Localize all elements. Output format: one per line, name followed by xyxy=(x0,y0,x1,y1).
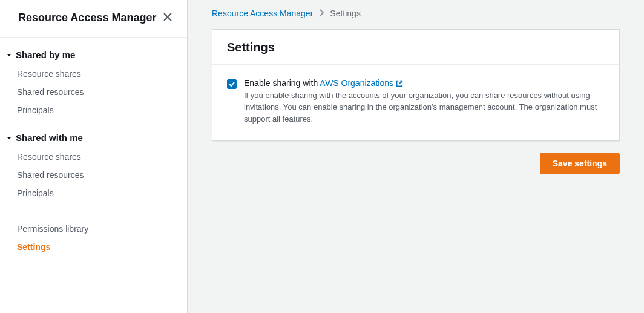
sidebar-nav: Shared by me Resource shares Shared reso… xyxy=(0,38,187,268)
close-sidebar-button[interactable] xyxy=(160,10,175,24)
nav-item-shared-resources-2[interactable]: Shared resources xyxy=(0,166,187,184)
close-icon xyxy=(163,12,172,22)
panel-header: Settings xyxy=(212,30,619,65)
nav-section-label: Shared with me xyxy=(16,133,83,143)
nav-item-shared-resources[interactable]: Shared resources xyxy=(0,83,187,101)
external-link-icon xyxy=(395,79,404,88)
caret-down-icon xyxy=(6,52,12,58)
nav-divider xyxy=(12,211,175,211)
checkbox-content: Enable sharing with AWS Organizations If… xyxy=(244,78,605,125)
actions-row: Save settings xyxy=(212,153,620,174)
enable-sharing-label: Enable sharing with AWS Organizations xyxy=(244,78,605,88)
settings-panel: Settings Enable sharing with AWS Organiz… xyxy=(212,29,620,141)
breadcrumb-current: Settings xyxy=(330,8,361,18)
breadcrumb-root-link[interactable]: Resource Access Manager xyxy=(212,8,313,18)
breadcrumb: Resource Access Manager Settings xyxy=(212,8,620,18)
nav-item-principals-2[interactable]: Principals xyxy=(0,184,187,202)
nav-item-permissions-library[interactable]: Permissions library xyxy=(0,220,187,238)
enable-sharing-checkbox[interactable] xyxy=(227,79,237,89)
nav-item-settings[interactable]: Settings xyxy=(0,238,187,256)
sidebar-header: Resource Access Manager xyxy=(0,0,187,38)
enable-sharing-description: If you enable sharing with the accounts … xyxy=(244,90,605,125)
panel-body: Enable sharing with AWS Organizations If… xyxy=(212,65,619,140)
chevron-right-icon xyxy=(319,8,324,18)
nav-section-label: Shared by me xyxy=(16,50,75,60)
sidebar-title: Resource Access Manager xyxy=(18,11,156,25)
nav-section-shared-with-me[interactable]: Shared with me xyxy=(0,128,187,148)
nav-section-shared-by-me[interactable]: Shared by me xyxy=(0,45,187,65)
nav-item-resource-shares[interactable]: Resource shares xyxy=(0,65,187,83)
label-prefix: Enable sharing with xyxy=(244,78,320,88)
caret-down-icon xyxy=(6,135,12,141)
nav-item-principals[interactable]: Principals xyxy=(0,101,187,119)
enable-sharing-row: Enable sharing with AWS Organizations If… xyxy=(227,78,605,125)
checkmark-icon xyxy=(228,81,235,88)
save-settings-button[interactable]: Save settings xyxy=(540,153,620,174)
sidebar: Resource Access Manager Shared by me Res… xyxy=(0,0,188,313)
panel-title: Settings xyxy=(227,41,605,54)
nav-item-resource-shares-2[interactable]: Resource shares xyxy=(0,148,187,166)
main-content: Resource Access Manager Settings Setting… xyxy=(188,0,644,313)
aws-organizations-link[interactable]: AWS Organizations xyxy=(320,78,404,88)
